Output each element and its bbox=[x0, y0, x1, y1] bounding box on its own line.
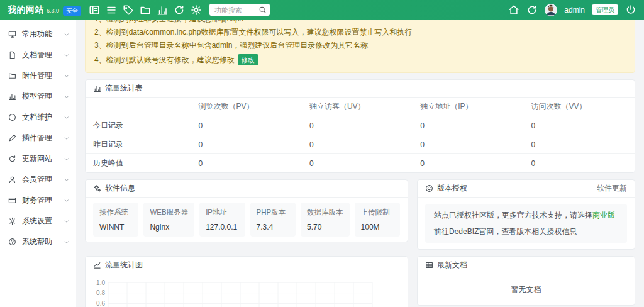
row-value: 0 bbox=[302, 135, 413, 154]
pen-icon bbox=[8, 134, 16, 142]
software-card: IP地址 127.0.0.1 bbox=[199, 203, 245, 237]
sidebar-item-label: 附件管理 bbox=[22, 70, 64, 81]
software-info-title: 软件信息 bbox=[105, 183, 135, 194]
sidebar-item-8[interactable]: 财务管理 bbox=[0, 190, 76, 211]
safe-badge: 安全 bbox=[63, 6, 81, 16]
software-card-value: 127.0.0.1 bbox=[206, 223, 238, 232]
row-value: 0 bbox=[524, 116, 635, 135]
row-label: 今日记录 bbox=[86, 116, 191, 135]
main-content: 1、检测到网址非安全链接，建议您部署https2、检测到data/common.… bbox=[76, 0, 644, 307]
refresh-icon bbox=[8, 155, 16, 163]
user-icon bbox=[8, 176, 16, 184]
topbar: 我的网站 6.3.0 安全 admin 管理员 bbox=[0, 0, 644, 20]
software-card-label: 操作系统 bbox=[99, 208, 132, 217]
site-version: 6.3.0 bbox=[47, 8, 59, 14]
sidebar-item-6[interactable]: 更新网站 bbox=[0, 148, 76, 169]
user-name[interactable]: admin bbox=[564, 6, 585, 14]
commercial-version-link[interactable]: 商业版 bbox=[592, 211, 615, 220]
sidebar-item-label: 常用功能 bbox=[22, 29, 64, 40]
row-value: 0 bbox=[191, 116, 302, 135]
latest-docs-panel: 最新文档 暂无文档 bbox=[417, 256, 635, 306]
sidebar-item-label: 文档维护 bbox=[22, 112, 64, 123]
latest-docs-title: 最新文档 bbox=[437, 260, 467, 271]
software-card-value: 100M bbox=[361, 223, 394, 232]
table-column-header: 独立地址（IP） bbox=[413, 98, 523, 116]
sidebar-item-3[interactable]: 模型管理 bbox=[0, 86, 76, 107]
avatar[interactable] bbox=[545, 4, 557, 16]
table-row: 今日记录0000 bbox=[86, 116, 635, 135]
table-column-header: 独立访客（UV） bbox=[302, 98, 413, 116]
chevron-down-icon bbox=[64, 177, 70, 183]
license-title: 版本授权 bbox=[437, 183, 467, 194]
refresh-icon[interactable] bbox=[526, 4, 538, 16]
table-column-header: 浏览次数（PV） bbox=[191, 98, 302, 116]
sidebar-item-10[interactable]: 系统帮助 bbox=[0, 232, 76, 252]
sidebar-item-label: 插件管理 bbox=[22, 133, 64, 143]
sidebar-item-4[interactable]: 文档维护 bbox=[0, 107, 76, 128]
line-chart-icon bbox=[93, 261, 101, 269]
topbar-tools bbox=[89, 4, 202, 16]
chevron-down-icon bbox=[64, 73, 70, 79]
sidebar-item-9[interactable]: 系统设置 bbox=[0, 211, 76, 232]
file-icon bbox=[8, 51, 16, 59]
software-card: WEB服务器 Nginx bbox=[143, 203, 194, 237]
card-icon bbox=[8, 196, 16, 204]
chevron-down-icon bbox=[64, 52, 70, 59]
sidebar: 常用功能 文档管理 附件管理 模型管理 文档维护 插件管理 bbox=[0, 20, 76, 307]
traffic-stats-header: 流量统计表 bbox=[86, 80, 635, 98]
row-label: 昨日记录 bbox=[86, 135, 191, 154]
row-value: 0 bbox=[191, 154, 302, 173]
sidebar-item-label: 模型管理 bbox=[22, 91, 64, 102]
software-card: 数据库版本 5.70 bbox=[301, 203, 350, 237]
sidebar-item-label: 会员管理 bbox=[22, 174, 64, 185]
license-panel: 版本授权 软件更新 站点已授权社区版，更多官方技术支持，请选择商业版 前往Ded… bbox=[417, 179, 635, 250]
sidebar-item-7[interactable]: 会员管理 bbox=[0, 169, 76, 190]
sidebar-item-0[interactable]: 常用功能 bbox=[0, 24, 76, 45]
software-card-label: IP地址 bbox=[206, 208, 238, 217]
gear-icon bbox=[8, 217, 16, 225]
search-icon[interactable] bbox=[258, 6, 267, 14]
traffic-chart-title: 流量统计图 bbox=[105, 260, 143, 271]
software-card: 上传限制 100M bbox=[355, 203, 400, 237]
fix-button[interactable]: 修改 bbox=[238, 54, 258, 65]
cogs-icon bbox=[93, 184, 101, 193]
chevron-down-icon bbox=[64, 94, 70, 100]
home-icon[interactable] bbox=[508, 4, 519, 16]
row-value: 0 bbox=[524, 135, 635, 154]
folder-icon[interactable] bbox=[140, 4, 151, 16]
software-card-label: WEB服务器 bbox=[150, 208, 188, 217]
power-icon[interactable] bbox=[625, 4, 636, 16]
table-row: 昨日记录0000 bbox=[86, 135, 635, 154]
tag-icon[interactable] bbox=[123, 4, 134, 16]
topbar-user-area: admin 管理员 bbox=[508, 4, 644, 16]
alert-line-1: 2、检测到data/common.inc.php数据库配置文件权限可以写入，建议… bbox=[94, 26, 626, 39]
software-info-header: 软件信息 bbox=[86, 180, 408, 198]
folder-icon bbox=[8, 72, 16, 80]
software-update-link[interactable]: 软件更新 bbox=[597, 183, 627, 194]
copyright-icon bbox=[425, 184, 433, 193]
row-value: 0 bbox=[413, 154, 523, 173]
bar-chart-icon[interactable] bbox=[157, 4, 168, 16]
sidebar-item-1[interactable]: 文档管理 bbox=[0, 45, 76, 65]
sidebar-toggle-icon[interactable] bbox=[89, 4, 100, 16]
table-row: 历史峰值0000 bbox=[86, 154, 635, 173]
row-value: 0 bbox=[302, 154, 413, 173]
search-box bbox=[209, 4, 270, 16]
row-value: 0 bbox=[302, 116, 413, 135]
software-card-value: WINNT bbox=[99, 223, 132, 232]
license-card: 站点已授权社区版，更多官方技术支持，请选择商业版 前往DedeBIZ官网，查看版… bbox=[425, 204, 627, 243]
menu-icon[interactable] bbox=[106, 4, 117, 16]
sidebar-item-5[interactable]: 插件管理 bbox=[0, 128, 76, 148]
svg-text:0.8: 0.8 bbox=[96, 289, 105, 296]
chevron-down-icon bbox=[64, 156, 70, 162]
latest-docs-empty: 暂无文档 bbox=[418, 274, 635, 305]
brand: 我的网站 6.3.0 安全 bbox=[0, 4, 87, 16]
software-card: 操作系统 WINNT bbox=[93, 203, 138, 237]
bar-chart-icon bbox=[8, 92, 16, 101]
svg-text:1.0: 1.0 bbox=[96, 279, 105, 286]
site-name: 我的网站 bbox=[8, 4, 44, 16]
sidebar-item-label: 系统设置 bbox=[22, 216, 64, 226]
sidebar-item-2[interactable]: 附件管理 bbox=[0, 65, 76, 86]
gear-icon[interactable] bbox=[191, 4, 202, 16]
refresh-icon[interactable] bbox=[174, 4, 185, 16]
